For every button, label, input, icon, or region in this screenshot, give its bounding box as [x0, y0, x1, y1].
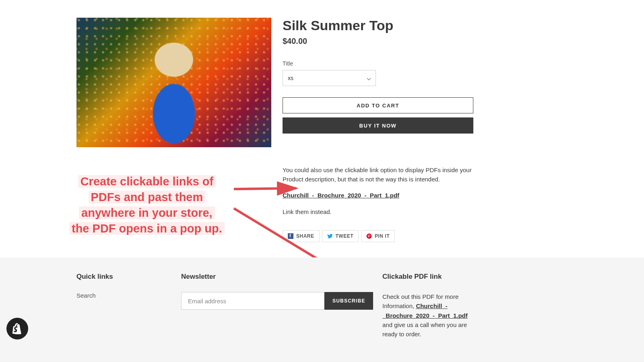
share-facebook-button[interactable]: SHARE: [283, 230, 320, 242]
callout-line: PDFs and past them: [89, 191, 206, 204]
callout-line: anywhere in your store,: [79, 206, 215, 219]
annotation-callout: Create clickable links of PDFs and past …: [69, 174, 225, 237]
description-text-2: Link them instead.: [283, 208, 476, 217]
footer-col-quicklinks: Quick links Search: [76, 273, 181, 339]
variant-select[interactable]: xs: [283, 70, 376, 86]
share-facebook-label: SHARE: [296, 233, 314, 239]
product-details: Silk Summer Top $40.00 Title xs ADD TO C…: [283, 18, 568, 242]
footer-col-pdf: Clickable PDF link Check out this PDF fo…: [382, 273, 568, 339]
subscribe-button[interactable]: SUBSCRIBE: [324, 292, 373, 310]
share-twitter-label: TWEET: [336, 233, 354, 239]
description-text: You could also use the clickable link op…: [283, 166, 476, 184]
newsletter-heading: Newsletter: [181, 273, 382, 281]
variant-label: Title: [283, 60, 568, 67]
pinterest-icon: [366, 233, 372, 239]
footer-pdf-text: Check out this PDF for more Information,…: [382, 292, 479, 339]
footer-pdf-heading: Clickable PDF link: [382, 273, 568, 281]
footer: Quick links Search Newsletter SUBSCRIBE …: [0, 257, 644, 362]
share-twitter-button[interactable]: TWEET: [322, 230, 359, 242]
product-price: $40.00: [283, 37, 568, 46]
add-to-cart-button[interactable]: ADD TO CART: [283, 97, 473, 113]
footer-col-newsletter: Newsletter SUBSCRIBE: [181, 273, 382, 339]
svg-point-0: [367, 234, 372, 239]
share-pinterest-button[interactable]: PIN IT: [361, 230, 395, 242]
facebook-icon: [288, 233, 293, 239]
callout-line: the PDF opens in a pop up.: [69, 222, 225, 235]
variant-select-wrap: xs: [283, 70, 376, 86]
pdf-link[interactable]: Churchill_-_Brochure_2020_-_Part_1.pdf: [283, 192, 399, 199]
product-description: You could also use the clickable link op…: [283, 166, 476, 216]
product-title: Silk Summer Top: [283, 18, 568, 33]
buy-it-now-button[interactable]: BUY IT NOW: [283, 117, 473, 134]
shopify-badge-icon[interactable]: [6, 318, 28, 339]
search-link[interactable]: Search: [76, 292, 96, 299]
email-input[interactable]: [181, 292, 324, 310]
twitter-icon: [327, 233, 333, 239]
footer-pdf-after: and give us a call when you are ready to…: [382, 321, 467, 337]
callout-line: Create clickable links of: [78, 175, 216, 188]
share-pinterest-label: PIN IT: [375, 233, 390, 239]
share-row: SHARE TWEET PIN IT: [283, 230, 568, 242]
product-image[interactable]: [76, 18, 271, 147]
quick-links-heading: Quick links: [76, 273, 181, 281]
